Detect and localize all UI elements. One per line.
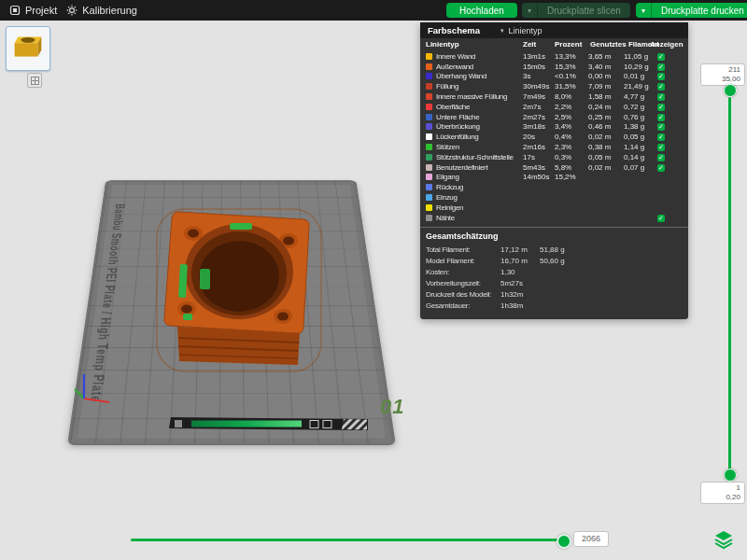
row-percent: <0.1% bbox=[555, 72, 588, 80]
row-visibility-checkbox[interactable]: ✓ bbox=[657, 215, 665, 222]
row-time: 20s bbox=[523, 133, 555, 141]
layer-slider-upper-handle[interactable] bbox=[724, 84, 737, 97]
row-name: Füllung bbox=[436, 82, 458, 91]
row-color-swatch bbox=[426, 164, 432, 171]
table-header: Linientyp Zeit Prozent Genutztes Filamen… bbox=[420, 38, 688, 50]
row-filament-g: 21,49 g bbox=[624, 82, 652, 91]
chevron-down-icon: ▾ bbox=[500, 27, 504, 35]
line-type-rows: Innere Wand 13m1s 13,3% 3,65 m 11,05 g ✓… bbox=[420, 50, 688, 224]
calibration-menu[interactable]: Kalibrierung bbox=[66, 5, 137, 16]
row-visibility-checkbox[interactable]: ✓ bbox=[657, 154, 665, 161]
layers-view-icon[interactable] bbox=[713, 529, 734, 550]
layer-slider-max-label: 211 35,00 bbox=[700, 63, 745, 86]
row-visibility-checkbox[interactable]: ✓ bbox=[657, 123, 665, 131]
row-filament-m: 0,25 m bbox=[588, 113, 624, 121]
row-visibility-checkbox[interactable]: ✓ bbox=[657, 114, 665, 121]
layer-slider-lower-handle[interactable] bbox=[724, 469, 737, 482]
row-percent: 15,3% bbox=[555, 63, 588, 71]
row-name: Außenwand bbox=[436, 63, 473, 71]
row-filament-g: 0,14 g bbox=[624, 153, 652, 161]
line-type-panel: Farbschema ▾ Linientyp Linientyp Zeit Pr… bbox=[420, 22, 688, 319]
row-time: 14m50s bbox=[523, 173, 555, 181]
summary-row: Gesamtdauer: 1h38m bbox=[426, 301, 683, 312]
thumbnail-model-image bbox=[7, 27, 48, 68]
step-slider-handle[interactable] bbox=[557, 534, 571, 549]
step-slider-track[interactable] bbox=[131, 539, 562, 541]
row-filament-g: 0,07 g bbox=[624, 163, 652, 172]
line-type-row: Innere Wand 13m1s 13,3% 3,65 m 11,05 g ✓ bbox=[420, 51, 688, 62]
row-time: 17s bbox=[523, 153, 555, 161]
row-name: Lückenfüllung bbox=[436, 133, 478, 141]
summary-value-1: 1h32m bbox=[500, 290, 540, 299]
min-height-value: 0,20 bbox=[705, 493, 740, 502]
min-layer-value: 1 bbox=[705, 483, 740, 493]
row-percent: 5,8% bbox=[555, 163, 588, 172]
row-filament-g: 1,38 g bbox=[624, 122, 652, 131]
upload-button-label: Hochladen bbox=[450, 6, 514, 16]
row-color-swatch bbox=[426, 104, 432, 110]
panel-header: Farbschema ▾ Linientyp bbox=[420, 22, 688, 38]
row-filament-m: 3,65 m bbox=[588, 52, 624, 61]
summary-label: Druckzeit des Modell: bbox=[426, 290, 500, 299]
row-filament-g: 10,29 g bbox=[624, 63, 652, 71]
print-dropdown-icon[interactable]: ▾ bbox=[636, 3, 652, 18]
row-time: 30m49s bbox=[523, 82, 555, 91]
col-linientyp: Linientyp bbox=[426, 40, 459, 49]
row-percent: 2,3% bbox=[555, 143, 588, 151]
summary-label: Model Filament: bbox=[426, 257, 500, 265]
line-type-row: Untere Fläche 2m27s 2,5% 0,25 m 0,76 g ✓ bbox=[420, 112, 688, 122]
row-name: Innere massive Füllung bbox=[436, 92, 507, 101]
slice-plate-button[interactable]: ▾ Druckplatte slicen bbox=[522, 3, 630, 18]
row-name: Oberfläche bbox=[436, 103, 470, 111]
row-percent: 31,5% bbox=[555, 82, 588, 91]
row-time: 3m18s bbox=[523, 122, 555, 131]
summary-label: Total Filament: bbox=[426, 245, 500, 254]
row-color-swatch bbox=[426, 63, 432, 70]
row-visibility-checkbox[interactable]: ✓ bbox=[657, 73, 665, 80]
summary-label: Gesamtdauer: bbox=[426, 301, 500, 310]
row-time: 2m27s bbox=[523, 113, 555, 121]
row-color-swatch bbox=[426, 154, 432, 161]
row-visibility-checkbox[interactable]: ✓ bbox=[657, 104, 665, 111]
row-time: 2m16s bbox=[523, 143, 555, 151]
row-color-swatch bbox=[426, 53, 432, 60]
print-plate-button[interactable]: ▾ Druckplatte drucken bbox=[636, 3, 747, 18]
project-menu[interactable]: Projekt bbox=[9, 5, 57, 16]
layer-slider-track[interactable] bbox=[728, 97, 731, 470]
col-zeit: Zeit bbox=[523, 40, 536, 49]
calibration-icon bbox=[66, 5, 78, 16]
plate-badge-glyph bbox=[31, 77, 39, 85]
row-visibility-checkbox[interactable]: ✓ bbox=[657, 164, 665, 172]
upload-button[interactable]: Hochladen bbox=[446, 3, 517, 18]
row-color-swatch bbox=[426, 123, 432, 130]
max-layer-value: 211 bbox=[705, 65, 740, 75]
row-name: Reinigen bbox=[436, 203, 463, 212]
topbar: Projekt Kalibrierung Hochladen ▾ Druckpl… bbox=[0, 0, 747, 21]
row-visibility-checkbox[interactable]: ✓ bbox=[657, 133, 665, 141]
plate-thumbnail[interactable] bbox=[6, 26, 50, 71]
row-visibility-checkbox[interactable]: ✓ bbox=[657, 63, 665, 71]
summary-label: Kosten: bbox=[426, 268, 500, 276]
row-visibility-checkbox[interactable]: ✓ bbox=[657, 53, 665, 61]
row-color-swatch bbox=[426, 184, 432, 190]
summary-value-2: 51,88 g bbox=[540, 245, 683, 254]
row-color-swatch bbox=[426, 204, 432, 211]
project-label: Projekt bbox=[25, 5, 57, 16]
plate-list-icon[interactable] bbox=[27, 73, 42, 88]
col-anzeigen: Anzeigen bbox=[650, 40, 684, 49]
row-filament-g: 0,76 g bbox=[624, 113, 652, 121]
view-mode-select[interactable]: ▾ Linientyp bbox=[500, 26, 543, 35]
row-color-swatch bbox=[426, 93, 432, 100]
row-visibility-checkbox[interactable]: ✓ bbox=[657, 144, 665, 151]
summary-label: Vorbereitungszeit: bbox=[426, 279, 500, 287]
line-type-row: Oberfläche 2m7s 2,2% 0,24 m 0,72 g ✓ bbox=[420, 102, 688, 112]
row-time: 13m1s bbox=[523, 52, 555, 61]
slice-dropdown-icon[interactable]: ▾ bbox=[522, 3, 538, 18]
row-name: Stützen bbox=[436, 143, 459, 151]
row-percent: 15,2% bbox=[555, 173, 588, 181]
row-visibility-checkbox[interactable]: ✓ bbox=[657, 93, 665, 101]
row-filament-g: 11,05 g bbox=[624, 52, 652, 61]
line-type-row: Eilgang 14m50s 15,2% ✓ bbox=[420, 173, 688, 183]
summary-value-1: 1h38m bbox=[500, 301, 540, 310]
row-visibility-checkbox[interactable]: ✓ bbox=[657, 83, 665, 91]
